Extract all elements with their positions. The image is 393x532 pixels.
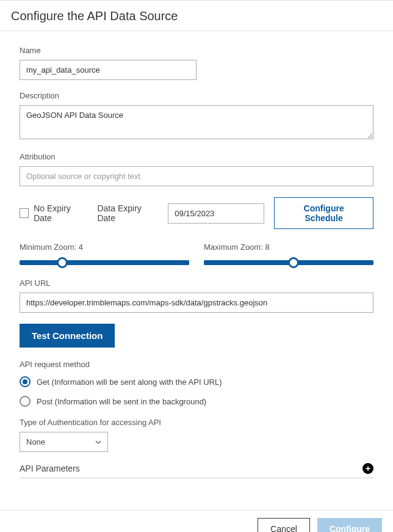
description-textarea[interactable] xyxy=(20,105,373,139)
auth-type-label: Type of Authentication for accessing API xyxy=(20,418,373,427)
configure-schedule-button[interactable]: Configure Schedule xyxy=(274,197,373,229)
request-method-group: Get (Information will be sent along with… xyxy=(20,376,373,407)
radio-get-label: Get (Information will be sent along with… xyxy=(37,377,222,387)
max-zoom-slider[interactable] xyxy=(204,260,373,265)
request-method-post[interactable]: Post (Information will be sent in the ba… xyxy=(20,396,373,407)
radio-post-label: Post (Information will be sent in the ba… xyxy=(37,397,206,406)
configure-button[interactable]: Configure xyxy=(317,518,382,532)
expiry-date-input[interactable] xyxy=(168,203,264,224)
auth-type-select-wrap[interactable]: None xyxy=(20,432,108,452)
api-url-label: API URL xyxy=(20,279,373,288)
max-zoom-group: Maximum Zoom: 8 xyxy=(204,242,373,265)
attribution-label: Attribution xyxy=(20,152,373,161)
dialog-content: Name Description Attribution No Expiry D… xyxy=(0,31,393,510)
expiry-date-label: Data Expiry Date xyxy=(97,203,158,223)
attribution-field: Attribution xyxy=(20,152,373,186)
name-label: Name xyxy=(20,46,373,55)
name-input[interactable] xyxy=(20,60,196,80)
no-expiry-checkbox-wrap[interactable]: No Expiry Date xyxy=(20,203,87,223)
max-zoom-label: Maximum Zoom: 8 xyxy=(204,242,373,252)
min-zoom-label: Minimum Zoom: 4 xyxy=(20,242,189,252)
auth-type-field: Type of Authentication for accessing API… xyxy=(20,418,373,452)
max-zoom-thumb[interactable] xyxy=(288,257,299,268)
request-method-get[interactable]: Get (Information will be sent along with… xyxy=(20,376,373,387)
min-zoom-group: Minimum Zoom: 4 xyxy=(20,242,189,265)
no-expiry-checkbox[interactable] xyxy=(20,208,29,218)
attribution-input[interactable] xyxy=(20,166,373,186)
dialog-footer: Cancel Configure xyxy=(0,510,393,532)
configure-api-dialog: Configure the API Data Source Name Descr… xyxy=(0,0,393,532)
test-connection-button[interactable]: Test Connection xyxy=(20,324,115,348)
auth-type-select[interactable]: None xyxy=(20,432,108,452)
api-parameters-label: API Parameters xyxy=(20,464,80,473)
cancel-button[interactable]: Cancel xyxy=(258,518,310,532)
api-parameters-row: API Parameters + xyxy=(20,463,373,478)
min-zoom-slider[interactable] xyxy=(20,260,189,265)
expiry-row: No Expiry Date Data Expiry Date Configur… xyxy=(20,197,373,229)
radio-post[interactable] xyxy=(20,396,31,407)
request-method-field: API request method Get (Information will… xyxy=(20,360,373,407)
name-field: Name xyxy=(20,46,373,80)
request-method-label: API request method xyxy=(20,360,373,369)
api-url-field: API URL xyxy=(20,279,373,313)
description-label: Description xyxy=(20,91,373,100)
radio-get[interactable] xyxy=(20,376,31,387)
min-zoom-thumb[interactable] xyxy=(57,257,68,268)
description-field: Description xyxy=(20,91,373,141)
no-expiry-label: No Expiry Date xyxy=(34,203,87,223)
add-parameter-icon[interactable]: + xyxy=(362,463,373,474)
dialog-header: Configure the API Data Source xyxy=(0,1,393,31)
api-url-input[interactable] xyxy=(20,293,373,313)
page-title: Configure the API Data Source xyxy=(11,9,382,23)
zoom-sliders: Minimum Zoom: 4 Maximum Zoom: 8 xyxy=(20,242,373,265)
